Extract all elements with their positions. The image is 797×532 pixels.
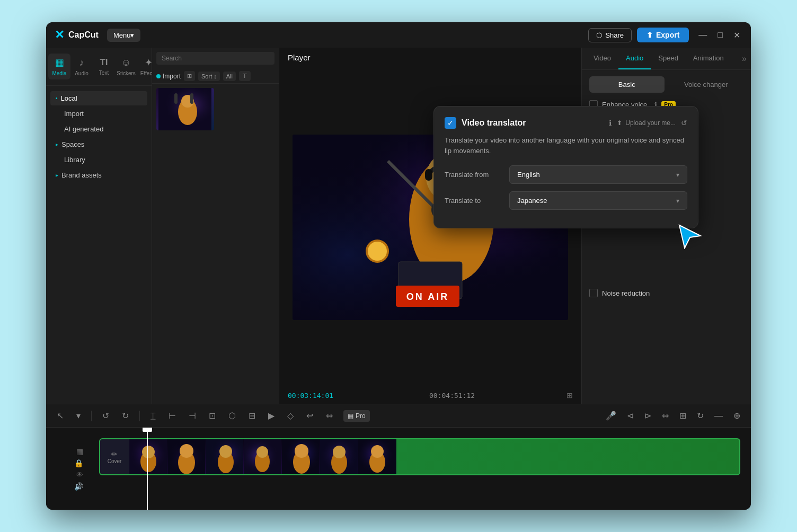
translator-reset-button[interactable]: ↺	[681, 119, 687, 127]
media-grid	[152, 84, 279, 135]
play-button[interactable]: ▶	[266, 409, 277, 423]
translator-upload-button[interactable]: ⬆ Upload your me...	[617, 119, 676, 127]
link-button[interactable]: ⇔	[660, 409, 671, 423]
snap-left-button[interactable]: ⊲	[625, 409, 636, 423]
timeline-playhead	[147, 428, 148, 510]
nav-item-library[interactable]: Library	[50, 153, 147, 167]
nav-item-import[interactable]: Import	[50, 107, 147, 121]
trim-right-button[interactable]: ⊣	[187, 409, 198, 423]
svg-point-48	[371, 445, 384, 458]
pro-tools-button[interactable]: ▦ Pro	[343, 410, 370, 422]
undo-button[interactable]: ↺	[100, 409, 111, 423]
share-icon: ⬡	[596, 31, 602, 39]
toolbar-item-audio[interactable]: ♪ Audio	[70, 54, 93, 79]
voice-changer-button[interactable]: Voice changer	[669, 76, 744, 93]
nav-item-local[interactable]: • Local	[50, 91, 147, 105]
maximize-button[interactable]: □	[715, 29, 725, 41]
import-button[interactable]: Import	[156, 73, 181, 80]
split-button[interactable]: ⌶	[148, 409, 158, 423]
track-frame-6	[320, 439, 358, 474]
timeline-label-image[interactable]: ▦	[76, 447, 83, 456]
translate-from-select[interactable]: English ▾	[582, 165, 687, 184]
redo-button[interactable]: ↻	[120, 409, 131, 423]
nav-item-spaces[interactable]: ▸ Spaces	[50, 137, 147, 152]
nav-tree: • Local Import AI generated ▸ Spaces	[46, 86, 152, 404]
delete-button[interactable]: ⊡	[207, 409, 218, 423]
crop-button[interactable]: ⊟	[246, 409, 258, 423]
export-button[interactable]: ⬆ Export	[637, 28, 689, 42]
svg-text:ON AIR: ON AIR	[406, 291, 449, 302]
toolbar-item-stickers[interactable]: ☺ Stickers	[115, 54, 137, 79]
rotate-button[interactable]: ↩	[304, 409, 315, 423]
text-icon: TI	[100, 57, 108, 68]
media-thumbnail-1[interactable]	[156, 88, 214, 130]
track-frame-5	[282, 439, 320, 474]
app-name: CapCut	[68, 30, 99, 40]
image-insert-button[interactable]: ⊞	[677, 409, 688, 423]
svg-point-44	[333, 446, 346, 458]
minus-button[interactable]: —	[712, 409, 725, 423]
title-bar: ✕ CapCut Menu▾ ⬡ Share ⬆ Export — □ ✕	[46, 22, 751, 48]
more-filter-button[interactable]: ⊤	[239, 71, 251, 81]
translator-header: ✓ Video translator ℹ ⬆ Upload your me...…	[582, 117, 687, 129]
track-frame-7	[358, 439, 396, 474]
total-time: 00:04:51:12	[429, 392, 475, 400]
toolbar: ▦ Media ♪ Audio TI Text ☺ Stickers ✦ E	[46, 48, 152, 86]
tab-video[interactable]: Video	[586, 48, 618, 69]
timeline-right-tools: 🎤 ⊲ ⊳ ⇔ ⊞ ↻ — ⊕	[604, 409, 742, 423]
snap-right-button[interactable]: ⊳	[642, 409, 653, 423]
noise-reduction-checkbox[interactable]	[589, 289, 598, 297]
main-content: ▦ Media ♪ Audio TI Text ☺ Stickers ✦ E	[46, 48, 751, 404]
tab-speed[interactable]: Speed	[651, 48, 686, 69]
player-title: Player	[279, 48, 581, 67]
microphone-button[interactable]: 🎤	[604, 409, 618, 423]
menu-button[interactable]: Menu▾	[107, 29, 141, 42]
toolbar-item-text[interactable]: TI Text	[93, 54, 115, 79]
search-input[interactable]	[156, 52, 274, 65]
right-panel: Video Audio Speed Animation » Basic Voic…	[581, 48, 751, 404]
timeline-label-lock[interactable]: 🔒	[74, 459, 83, 467]
svg-point-24	[142, 446, 155, 458]
translate-from-chevron: ▾	[676, 171, 679, 179]
translator-info-icon[interactable]: ℹ	[609, 119, 612, 127]
mask-button[interactable]: ⬡	[226, 409, 238, 423]
nav-item-brand-assets[interactable]: ▸ Brand assets	[50, 168, 147, 182]
close-button[interactable]: ✕	[731, 29, 742, 41]
noise-reduction-row: Noise reduction	[589, 289, 743, 297]
cover-label: Cover	[108, 458, 122, 464]
timeline-label-audio[interactable]: 🔊	[74, 482, 83, 491]
toolbar-item-media[interactable]: ▦ Media	[48, 54, 70, 79]
zoom-control[interactable]: ⊕	[731, 409, 742, 423]
pro-icon: ▦	[348, 412, 353, 420]
tab-animation[interactable]: Animation	[686, 48, 731, 69]
more-tabs-button[interactable]: »	[742, 48, 747, 69]
select-mode-chevron[interactable]: ▾	[74, 409, 83, 423]
keyframe-button[interactable]: ◇	[285, 409, 296, 423]
track-frame-1	[129, 439, 167, 474]
svg-point-36	[256, 446, 268, 458]
playhead-handle[interactable]	[143, 428, 152, 432]
grid-layout-icon: ⊞	[566, 391, 573, 400]
timeline-label-eye[interactable]: 👁	[76, 471, 83, 479]
loop-button[interactable]: ↻	[695, 409, 706, 423]
timeline-toolbar: ↖ ▾ ↺ ↻ ⌶ ⊢ ⊣ ⊡ ⬡ ⊟ ▶ ◇ ↩ ⇔ ▦ Pro 🎤 ⊲ ⊳	[46, 404, 751, 428]
grid-view-button[interactable]: ⊞	[184, 71, 195, 81]
translate-to-row: Translate to Japanese ▾	[582, 191, 687, 210]
translate-to-select[interactable]: Japanese ▾	[582, 191, 687, 210]
tab-audio[interactable]: Audio	[618, 48, 651, 69]
mirror-button[interactable]: ⇔	[324, 409, 335, 423]
logo-area: ✕ CapCut	[55, 28, 99, 42]
minimize-button[interactable]: —	[696, 29, 709, 41]
track-frame-2	[167, 439, 206, 474]
export-icon: ⬆	[647, 31, 653, 39]
video-track[interactable]: ✏ Cover	[99, 438, 740, 475]
select-tool-button[interactable]: ↖	[55, 409, 66, 423]
share-button[interactable]: ⬡ Share	[588, 28, 632, 42]
trim-left-button[interactable]: ⊢	[166, 409, 178, 423]
filter-all-button[interactable]: All	[223, 72, 236, 81]
sort-button[interactable]: Sort ↕	[198, 72, 220, 81]
nav-item-ai-generated[interactable]: AI generated	[50, 122, 147, 136]
right-panel-tabs: Video Audio Speed Animation »	[582, 48, 751, 70]
window-controls: — □ ✕	[696, 29, 742, 41]
basic-button[interactable]: Basic	[589, 76, 665, 93]
